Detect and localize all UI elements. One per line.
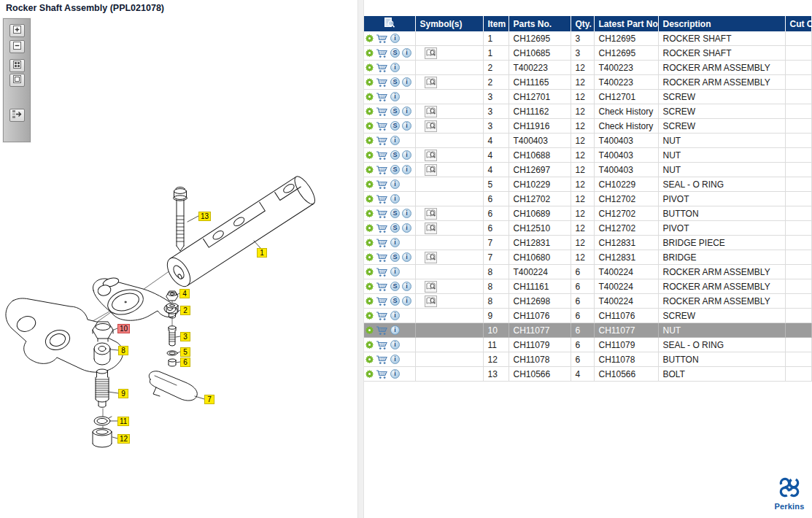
item-cell[interactable]: 13 bbox=[483, 367, 509, 382]
qty-cell[interactable]: 12 bbox=[571, 177, 594, 192]
latest-part-no-cell[interactable]: CH12701 bbox=[594, 90, 658, 104]
parts-table-row[interactable]: i13CH105664CH10566BOLT bbox=[364, 367, 811, 382]
cart-icon[interactable] bbox=[376, 252, 388, 263]
parts-table-row[interactable]: Si3CH1116212Check HistorySCREW bbox=[364, 104, 811, 119]
info-badge[interactable]: i bbox=[402, 223, 411, 233]
gear-icon[interactable] bbox=[366, 297, 374, 305]
parts-book-icon[interactable] bbox=[425, 223, 437, 234]
info-badge[interactable]: i bbox=[390, 63, 400, 72]
description-cell[interactable]: ROCKER ARM ASSEMBLY bbox=[658, 265, 785, 279]
cart-icon[interactable] bbox=[376, 165, 388, 175]
info-badge[interactable]: i bbox=[390, 179, 400, 189]
item-cell[interactable]: 10 bbox=[483, 323, 509, 338]
qty-cell[interactable]: 3 bbox=[571, 46, 594, 61]
column-header-symbol-s-[interactable]: Symbol(s) bbox=[415, 16, 483, 31]
qty-cell[interactable]: 12 bbox=[571, 206, 594, 221]
description-cell[interactable]: PIVOT bbox=[658, 192, 785, 206]
qty-cell[interactable]: 12 bbox=[571, 90, 594, 104]
parts-table-row[interactable]: Si8CH111616T400224ROCKER ARM ASSEMBLY bbox=[364, 279, 811, 294]
cut-off-cell[interactable] bbox=[785, 221, 811, 236]
diagram-callout-12[interactable]: 12 bbox=[117, 434, 130, 444]
column-header-description[interactable]: Description bbox=[658, 16, 785, 31]
parts-no-cell[interactable]: CH12698 bbox=[509, 294, 571, 309]
cart-icon[interactable] bbox=[376, 296, 388, 306]
parts-no-cell[interactable]: CH11079 bbox=[509, 338, 571, 352]
info-badge[interactable]: i bbox=[402, 150, 411, 160]
substitute-badge[interactable]: S bbox=[390, 150, 400, 160]
info-badge[interactable]: i bbox=[402, 209, 411, 218]
qty-cell[interactable]: 12 bbox=[571, 236, 594, 250]
latest-part-no-cell[interactable]: CH11078 bbox=[594, 352, 658, 367]
parts-table-row[interactable]: i6CH1270212CH12702PIVOT bbox=[364, 192, 811, 206]
description-cell[interactable]: ROCKER ARM ASSEMBLY bbox=[658, 75, 785, 90]
cart-icon[interactable] bbox=[376, 48, 388, 58]
item-cell[interactable]: 1 bbox=[483, 31, 509, 46]
parts-no-cell[interactable]: CH12702 bbox=[509, 192, 571, 206]
diagram-callout-9[interactable]: 9 bbox=[118, 389, 128, 398]
gear-icon[interactable] bbox=[366, 93, 374, 101]
qty-cell[interactable]: 12 bbox=[571, 119, 594, 134]
cut-off-cell[interactable] bbox=[785, 323, 811, 338]
parts-book-icon[interactable] bbox=[425, 47, 437, 59]
latest-part-no-cell[interactable]: CH12695 bbox=[594, 31, 658, 46]
info-badge[interactable]: i bbox=[390, 34, 400, 43]
description-cell[interactable]: ROCKER ARM ASSEMBLY bbox=[658, 294, 785, 309]
parts-book-icon[interactable] bbox=[425, 164, 437, 176]
qty-cell[interactable]: 6 bbox=[571, 265, 594, 279]
qty-cell[interactable]: 12 bbox=[571, 61, 594, 75]
item-cell[interactable]: 2 bbox=[483, 75, 509, 90]
cut-off-cell[interactable] bbox=[785, 119, 811, 134]
item-cell[interactable]: 11 bbox=[483, 338, 509, 352]
parts-table-row[interactable]: i11CH110796CH11079SEAL - O RING bbox=[364, 338, 811, 352]
parts-table-row[interactable]: i7CH1283112CH12831BRIDGE PIECE bbox=[364, 236, 811, 250]
cut-off-cell[interactable] bbox=[785, 265, 811, 279]
cart-icon[interactable] bbox=[376, 325, 388, 336]
cart-icon[interactable] bbox=[376, 136, 388, 146]
qty-cell[interactable]: 12 bbox=[571, 134, 594, 148]
parts-table-row[interactable]: i2T40022312T400223ROCKER ARM ASSEMBLY bbox=[364, 61, 811, 75]
cart-icon[interactable] bbox=[376, 63, 388, 73]
description-cell[interactable]: NUT bbox=[658, 148, 785, 163]
substitute-badge[interactable]: S bbox=[390, 165, 400, 174]
latest-part-no-cell[interactable]: T400403 bbox=[594, 148, 658, 163]
substitute-badge[interactable]: S bbox=[390, 282, 400, 291]
parts-book-icon[interactable] bbox=[425, 106, 437, 117]
cart-icon[interactable] bbox=[376, 194, 388, 204]
cart-icon[interactable] bbox=[376, 223, 388, 233]
cut-off-cell[interactable] bbox=[785, 46, 811, 61]
info-badge[interactable]: i bbox=[390, 267, 400, 277]
parts-table-row[interactable]: i5CH1022912CH10229SEAL - O RING bbox=[364, 177, 811, 192]
parts-no-cell[interactable]: CH11916 bbox=[509, 119, 571, 134]
cut-off-cell[interactable] bbox=[785, 148, 811, 163]
description-cell[interactable]: SCREW bbox=[658, 119, 785, 134]
latest-part-no-cell[interactable]: CH12702 bbox=[594, 221, 658, 236]
description-cell[interactable]: NUT bbox=[658, 163, 785, 177]
info-badge[interactable]: i bbox=[390, 238, 400, 247]
description-cell[interactable]: SEAL - O RING bbox=[658, 177, 785, 192]
parts-no-cell[interactable]: CH12701 bbox=[509, 90, 571, 104]
cut-off-cell[interactable] bbox=[785, 134, 811, 148]
description-cell[interactable]: ROCKER SHAFT bbox=[658, 31, 785, 46]
parts-book-icon[interactable] bbox=[425, 252, 437, 263]
latest-part-no-cell[interactable]: CH11079 bbox=[594, 338, 658, 352]
cut-off-cell[interactable] bbox=[785, 294, 811, 309]
parts-no-cell[interactable]: T400403 bbox=[509, 134, 571, 148]
qty-cell[interactable]: 6 bbox=[571, 323, 594, 338]
parts-table-row[interactable]: Si8CH126986T400224ROCKER ARM ASSEMBLY bbox=[364, 294, 811, 309]
latest-part-no-cell[interactable]: Check History bbox=[594, 104, 658, 119]
diagram-callout-10[interactable]: 10 bbox=[117, 324, 130, 333]
item-cell[interactable]: 4 bbox=[483, 148, 509, 163]
parts-book-icon[interactable] bbox=[425, 120, 437, 132]
item-cell[interactable]: 3 bbox=[483, 104, 509, 119]
parts-no-cell[interactable]: CH10688 bbox=[509, 148, 571, 163]
parts-table-row[interactable]: i4T40040312T400403NUT bbox=[364, 134, 811, 148]
parts-table-row[interactable]: Si6CH1068912CH12702BUTTON bbox=[364, 206, 811, 221]
parts-book-icon[interactable] bbox=[425, 281, 437, 293]
info-badge[interactable]: i bbox=[390, 355, 400, 364]
cart-icon[interactable] bbox=[376, 92, 388, 102]
parts-no-cell[interactable]: CH10685 bbox=[509, 46, 571, 61]
diagram-callout-1[interactable]: 1 bbox=[257, 248, 267, 258]
info-badge[interactable]: i bbox=[402, 165, 411, 174]
latest-part-no-cell[interactable]: T400223 bbox=[594, 61, 658, 75]
description-cell[interactable]: SCREW bbox=[658, 104, 785, 119]
